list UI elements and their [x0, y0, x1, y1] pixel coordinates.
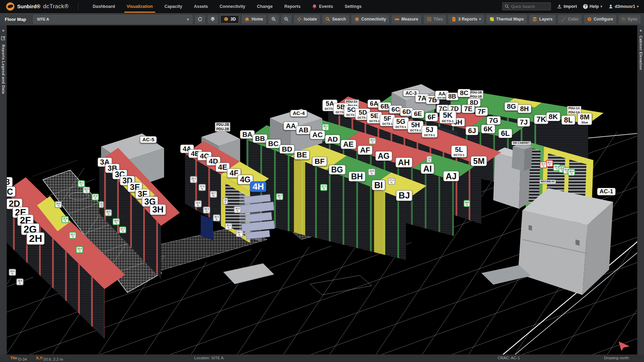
rack-label-AC-1[interactable]: AC-1: [597, 188, 616, 195]
zoom-out-button[interactable]: [281, 15, 292, 24]
rack-label-8M[interactable]: 8Mblue: [578, 113, 592, 125]
layers-dropdown[interactable]: Layers: [529, 15, 556, 24]
rack-label-AG[interactable]: AG: [375, 151, 392, 161]
rack-label-BH[interactable]: BH: [349, 171, 366, 181]
connectivity-button[interactable]: Connectivity: [351, 15, 389, 24]
brand[interactable]: Sunbird® dcTrack®: [0, 2, 75, 11]
rack-label-5M[interactable]: 5M: [471, 156, 487, 166]
print-button[interactable]: [208, 15, 218, 24]
rack-label-5H[interactable]: 5HDCT3-1: [408, 121, 423, 133]
thermal-icon: [490, 17, 494, 22]
rack-label-PDU-2B[interactable]: PDU-2BPDU-2B: [215, 122, 230, 132]
thermal-maps-button[interactable]: Thermal Maps: [486, 15, 527, 24]
site-select[interactable]: SITE A ▾: [33, 15, 193, 24]
rack-label-2B[interactable]: 2B: [7, 177, 12, 187]
quick-search-input[interactable]: [511, 4, 548, 9]
rack-label-5G[interactable]: 5GDCT3-1: [393, 117, 409, 129]
zoom-in-button[interactable]: [269, 15, 279, 24]
rack-label-AC-4[interactable]: AC-4: [290, 110, 307, 117]
rack-label-BJ[interactable]: BJ: [396, 190, 412, 201]
rack-label-5L[interactable]: 5LDCT3-1: [451, 145, 467, 157]
refresh-button[interactable]: [195, 15, 205, 24]
sensor-badge: 27.9°C: [92, 194, 99, 201]
nav-reports[interactable]: Reports: [279, 0, 306, 13]
measure-button[interactable]: Measure: [392, 15, 421, 24]
rack-label-BI[interactable]: BI: [372, 180, 385, 190]
view-3d-toggle[interactable]: 3D: [220, 15, 239, 24]
left-panel-title[interactable]: Reports Legend and Data: [1, 44, 5, 94]
rack-label-AC[interactable]: AC: [310, 130, 325, 139]
rack-label-7J[interactable]: 7J: [517, 118, 530, 127]
rack-label-BD[interactable]: BD: [280, 145, 295, 154]
rack-label-6E[interactable]: 6E: [411, 110, 424, 118]
rack-label-BC[interactable]: BC: [266, 139, 281, 148]
rack-label-2H[interactable]: 2H: [27, 232, 45, 245]
rack-label-PDU-1B[interactable]: PDU-1BPDU-1B: [469, 90, 483, 99]
tiles-button[interactable]: Tiles: [424, 15, 446, 24]
rack-label-BF[interactable]: BF: [312, 157, 327, 166]
import-button[interactable]: Import: [557, 4, 577, 9]
help-menu[interactable]: ? Help ▾: [583, 4, 602, 9]
rack-label-6L[interactable]: 6L: [498, 129, 512, 138]
sensor-badge: 13%: [426, 156, 432, 163]
color-button[interactable]: Color: [558, 15, 582, 24]
reports-dropdown[interactable]: 3 Reports ▾: [448, 15, 484, 24]
rack-label-6J[interactable]: 6J: [466, 126, 478, 135]
nav-visualization[interactable]: Visualization: [122, 0, 158, 13]
sensor-badge: 31.2°C: [540, 161, 547, 168]
sunbird-logo-icon: [6, 2, 14, 11]
rack-label-8B[interactable]: 8B: [446, 93, 458, 101]
rack-label-3H[interactable]: 3H: [150, 204, 166, 215]
isolate-button[interactable]: Isolate: [294, 15, 320, 24]
nav-settings[interactable]: Settings: [339, 0, 367, 13]
rack-label-AE[interactable]: AE: [341, 140, 356, 149]
expand-right-icon[interactable]: »: [2, 28, 4, 33]
sync-button[interactable]: ↻ Sync: [619, 15, 641, 24]
right-panel-title[interactable]: Cabinet Elevation: [639, 36, 643, 70]
rack-label-AI[interactable]: AI: [421, 164, 434, 174]
rack-label-8K[interactable]: 8K: [546, 112, 560, 121]
search-icon: [325, 17, 330, 22]
rack-label-AJ[interactable]: AJ: [443, 171, 459, 181]
user-menu[interactable]: d3mousr1 ▾: [608, 4, 639, 9]
nav-connectivity[interactable]: Connectivity: [214, 0, 250, 13]
rack-label-AB[interactable]: AB: [296, 126, 311, 134]
rack-label-7G[interactable]: 7G: [487, 116, 501, 125]
rack-label-AF[interactable]: AF: [358, 145, 372, 155]
rack-label-6M-CABINET[interactable]: 6M-CABINET: [511, 141, 531, 145]
rack-label-8C[interactable]: 8C: [458, 89, 471, 97]
rack-label-7F[interactable]: 7F: [475, 107, 488, 116]
rack-label-AC-5[interactable]: AC-5: [140, 136, 157, 143]
search-button[interactable]: Search: [322, 15, 349, 24]
sensor-badge: 27.3%: [199, 184, 206, 191]
nav-dashboard[interactable]: Dashboard: [87, 0, 120, 13]
rack-label-BG[interactable]: BG: [329, 165, 346, 174]
nav-assets[interactable]: Assets: [189, 0, 213, 13]
floor-map-3d-view[interactable]: 26.1°C24.5°C27.9°C21°C26.9°C26.5°C27.7°C…: [7, 25, 637, 354]
rack-label-BE[interactable]: BE: [294, 150, 310, 159]
layers-icon: [532, 17, 537, 22]
rack-label-6K[interactable]: 6K: [481, 125, 495, 133]
nav-events[interactable]: Events: [307, 0, 338, 13]
rack-label-6F[interactable]: 6F: [425, 113, 438, 121]
nav-capacity[interactable]: Capacity: [159, 0, 187, 13]
rack-label-BB[interactable]: BB: [253, 134, 268, 143]
nav-change[interactable]: Change: [252, 0, 278, 13]
rack-label-7E[interactable]: 7E: [462, 105, 475, 113]
rack-label-8L[interactable]: 8L: [561, 115, 575, 125]
configure-button[interactable]: ⚙ Configure: [584, 15, 616, 24]
rack-label-2C[interactable]: 2C: [7, 186, 15, 197]
rack-label-5J[interactable]: 5JDCT3-1: [422, 126, 437, 138]
rack-label-8G[interactable]: 8G: [505, 102, 519, 111]
rack-label-BDCBB-02[interactable]: BDCBB-02: [540, 180, 556, 184]
expand-left-icon[interactable]: «: [640, 28, 642, 33]
quick-search[interactable]: [502, 2, 551, 10]
rack-label-4H[interactable]: 4H: [250, 181, 266, 192]
status-bar: Tile: D-34 X,Y: 20.6, 2.2 m Location: SI…: [0, 354, 644, 362]
home-button[interactable]: Home: [242, 15, 266, 24]
rack-label-AH[interactable]: AH: [396, 157, 412, 167]
rack-label-5K[interactable]: 5KDCT3-1: [439, 111, 456, 124]
rack-label-AD[interactable]: AD: [325, 135, 340, 144]
report-edit-icon[interactable]: [1, 36, 5, 42]
rack-label-8H[interactable]: 8H: [518, 105, 531, 113]
